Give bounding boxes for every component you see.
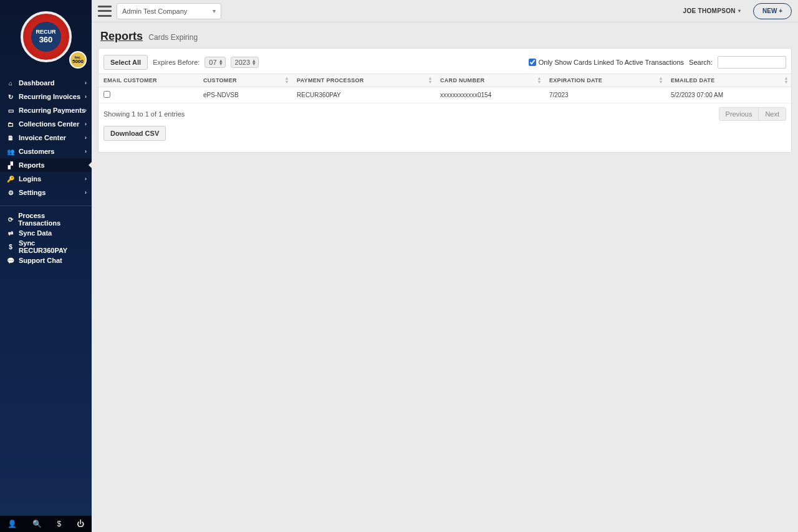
- select-all-button[interactable]: Select All: [103, 55, 148, 70]
- cell-emailed: 5/2/2023 07:00 AM: [666, 87, 791, 103]
- sidebar-item-label: Settings: [19, 189, 46, 196]
- sidebar-item-collections-center[interactable]: 🗀Collections Center›: [0, 117, 92, 131]
- sidebar: RECUR 360 Inc. 5000 ⌂Dashboard› ↻Recurri…: [0, 0, 92, 532]
- sidebar-item-invoice-center[interactable]: 🗎Invoice Center›: [0, 131, 92, 145]
- only-active-toggle[interactable]: Only Show Cards Linked To Active Transac…: [529, 59, 684, 66]
- table-footer: Showing 1 to 1 of 1 entries Previous Nex…: [99, 103, 791, 121]
- download-row: Download CSV: [99, 121, 791, 146]
- pager-next[interactable]: Next: [758, 108, 786, 120]
- search-input[interactable]: [718, 56, 786, 69]
- only-active-checkbox[interactable]: [529, 59, 536, 66]
- spinner-icon: ▴▾: [219, 59, 223, 66]
- cell-exp: 7/2023: [544, 87, 666, 103]
- col-card-number[interactable]: CARD NUMBER▴▾: [435, 74, 544, 87]
- dollar-icon[interactable]: $: [57, 520, 61, 528]
- sidebar-item-label: Recurring Invoices: [19, 93, 80, 100]
- new-button[interactable]: NEW +: [753, 3, 792, 19]
- search-icon[interactable]: 🔍: [32, 520, 42, 528]
- page-header: Reports Cards Expiring: [92, 22, 798, 48]
- sidebar-item-logins[interactable]: 🔑Logins›: [0, 172, 92, 186]
- badge-num: 5000: [72, 59, 84, 64]
- sidebar-item-label: Sync RECUR360PAY: [19, 239, 85, 254]
- file-icon: 🗎: [6, 135, 15, 141]
- sync-icon: ⇄: [6, 230, 15, 237]
- spinner-icon: ▴▾: [252, 59, 256, 66]
- main-area: Admin Test Company ▾ JOE THOMPSON ▾ NEW …: [92, 0, 798, 532]
- pager: Previous Next: [719, 107, 786, 121]
- chat-icon: 💬: [6, 257, 15, 264]
- search-label: Search:: [689, 59, 713, 66]
- chevron-right-icon: ›: [85, 135, 87, 141]
- chevron-right-icon: ›: [85, 189, 87, 196]
- gear-icon: ⚙: [6, 189, 15, 196]
- topbar: Admin Test Company ▾ JOE THOMPSON ▾ NEW …: [92, 0, 798, 22]
- key-icon: 🔑: [6, 176, 15, 183]
- sidebar-item-label: Dashboard: [19, 79, 54, 87]
- sidebar-item-label: Collections Center: [19, 120, 79, 128]
- cycle-icon: ⟳: [6, 216, 14, 223]
- user-menu[interactable]: JOE THOMPSON ▾: [683, 7, 741, 14]
- chevron-down-icon: ▾: [738, 8, 741, 14]
- sidebar-item-sync-recur360pay[interactable]: $Sync RECUR360PAY: [0, 240, 92, 254]
- month-value: 07: [209, 59, 216, 66]
- col-payment-processor[interactable]: PAYMENT PROCESSOR▴▾: [292, 74, 435, 87]
- sidebar-item-recurring-invoices[interactable]: ↻Recurring Invoices›: [0, 90, 92, 103]
- table-row[interactable]: ePS-NDVSB RECUR360PAY xxxxxxxxxxxx0154 7…: [99, 87, 791, 103]
- col-label: PAYMENT PROCESSOR: [297, 77, 364, 83]
- sidebar-item-label: Reports: [19, 161, 45, 169]
- year-value: 2023: [235, 59, 250, 66]
- sidebar-bottom-bar: 👤 🔍 $ ⏻: [0, 516, 92, 532]
- folder-icon: 🗀: [6, 121, 15, 128]
- sidebar-item-label: Invoice Center: [19, 134, 66, 141]
- brand-logo[interactable]: RECUR 360: [21, 11, 72, 62]
- user-icon[interactable]: 👤: [7, 520, 17, 528]
- month-select[interactable]: 07 ▴▾: [204, 57, 225, 68]
- nav-separator: [0, 206, 92, 206]
- report-toolbar: Select All Expires Before: 07 ▴▾ 2023 ▴▾…: [99, 49, 791, 74]
- hamburger-icon[interactable]: [98, 6, 112, 17]
- home-icon: ⌂: [6, 80, 15, 87]
- report-card: Select All Expires Before: 07 ▴▾ 2023 ▴▾…: [98, 48, 792, 153]
- col-label: CUSTOMER: [203, 77, 237, 83]
- sidebar-item-sync-data[interactable]: ⇄Sync Data: [0, 226, 92, 240]
- company-select[interactable]: Admin Test Company ▾: [117, 3, 221, 19]
- sidebar-item-label: Logins: [19, 175, 41, 183]
- chevron-right-icon: ›: [85, 80, 87, 86]
- sidebar-item-reports[interactable]: ▞Reports: [0, 158, 92, 172]
- sort-icon: ▴▾: [660, 77, 662, 83]
- sidebar-item-dashboard[interactable]: ⌂Dashboard›: [0, 76, 92, 90]
- cell-processor: RECUR360PAY: [292, 87, 435, 103]
- page-title: Reports: [100, 30, 143, 42]
- chevron-right-icon: ›: [85, 93, 87, 100]
- sidebar-item-support-chat[interactable]: 💬Support Chat: [0, 254, 92, 267]
- users-icon: 👥: [6, 148, 15, 155]
- col-label: CARD NUMBER: [440, 77, 484, 83]
- row-checkbox[interactable]: [103, 91, 110, 98]
- table-header-row: EMAIL CUSTOMER CUSTOMER▴▾ PAYMENT PROCES…: [99, 74, 791, 87]
- cards-table: EMAIL CUSTOMER CUSTOMER▴▾ PAYMENT PROCES…: [99, 74, 791, 103]
- col-email-customer[interactable]: EMAIL CUSTOMER: [99, 74, 198, 87]
- secondary-nav: ⟳Process Transactions ⇄Sync Data $Sync R…: [0, 212, 92, 267]
- cell-customer: ePS-NDVSB: [198, 87, 292, 103]
- col-emailed-date[interactable]: EMAILED DATE▴▾: [666, 74, 791, 87]
- primary-nav: ⌂Dashboard› ↻Recurring Invoices› ▭Recurr…: [0, 76, 92, 199]
- company-select-value: Admin Test Company: [122, 7, 187, 15]
- year-select[interactable]: 2023 ▴▾: [231, 57, 259, 68]
- download-csv-button[interactable]: Download CSV: [103, 126, 166, 141]
- pager-previous[interactable]: Previous: [719, 108, 759, 120]
- col-label: EXPIRATION DATE: [549, 77, 602, 83]
- col-expiration-date[interactable]: EXPIRATION DATE▴▾: [544, 74, 666, 87]
- caret-down-icon: ▾: [213, 7, 216, 14]
- expires-before-label: Expires Before:: [153, 59, 200, 66]
- chevron-right-icon: ›: [85, 107, 87, 113]
- sidebar-item-recurring-payments[interactable]: ▭Recurring Payments›: [0, 103, 92, 117]
- col-label: EMAIL CUSTOMER: [103, 77, 157, 83]
- sidebar-item-customers[interactable]: 👥Customers›: [0, 145, 92, 158]
- cell-card: xxxxxxxxxxxx0154: [435, 87, 544, 103]
- sidebar-item-process-transactions[interactable]: ⟳Process Transactions: [0, 212, 92, 226]
- col-customer[interactable]: CUSTOMER▴▾: [198, 74, 292, 87]
- dollar-icon: $: [6, 244, 15, 250]
- sidebar-item-label: Process Transactions: [18, 212, 85, 227]
- power-icon[interactable]: ⏻: [77, 520, 84, 528]
- sidebar-item-settings[interactable]: ⚙Settings›: [0, 186, 92, 199]
